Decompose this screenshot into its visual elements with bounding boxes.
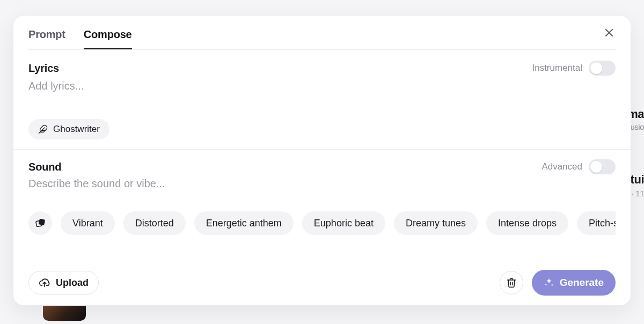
instrumental-toggle-wrap: Instrumental (532, 61, 616, 76)
svg-rect-5 (39, 219, 45, 225)
tab-prompt[interactable]: Prompt (28, 23, 65, 50)
advanced-toggle[interactable] (589, 159, 616, 174)
dice-chip[interactable] (28, 211, 52, 235)
upload-button[interactable]: Upload (28, 271, 99, 294)
sound-section: Sound Advanced Describe the sound or vib… (13, 150, 631, 246)
feather-icon (38, 124, 48, 134)
lyrics-title: Lyrics (28, 62, 59, 75)
compose-dialog: Prompt Compose Lyrics Instrumental (13, 15, 631, 306)
svg-point-7 (42, 222, 43, 223)
upload-label: Upload (56, 277, 89, 289)
advanced-label: Advanced (541, 161, 582, 172)
tabs: Prompt Compose (13, 16, 631, 50)
background-text: usio (630, 122, 644, 131)
sound-chip-vibrant[interactable]: Vibrant (61, 211, 115, 235)
clear-button[interactable] (500, 271, 523, 294)
lyrics-section: Lyrics Instrumental Ghostwriter (13, 50, 631, 149)
sound-chip-intense-drops[interactable]: Intense drops (486, 211, 568, 235)
sound-chip-euphoric-beat[interactable]: Euphoric beat (302, 211, 385, 235)
dice-icon (35, 218, 46, 229)
generate-label: Generate (560, 277, 604, 289)
instrumental-label: Instrumental (532, 63, 582, 73)
sound-chip-pitch-shifted[interactable]: Pitch-shifted (577, 211, 616, 235)
lyrics-input[interactable] (28, 80, 616, 92)
toggle-knob (590, 161, 602, 173)
close-button[interactable] (599, 23, 619, 42)
sound-title: Sound (28, 161, 61, 173)
ghostwriter-label: Ghostwriter (53, 124, 100, 135)
advanced-toggle-wrap: Advanced (541, 159, 616, 174)
sound-description: Describe the sound or vibe... (28, 178, 616, 190)
close-icon (604, 28, 614, 38)
cloud-upload-icon (39, 277, 50, 289)
instrumental-toggle[interactable] (589, 61, 616, 76)
tab-compose[interactable]: Compose (84, 23, 132, 50)
svg-point-6 (41, 221, 42, 222)
footer-right: Generate (500, 270, 616, 296)
sound-chip-dreamy-tunes[interactable]: Dreamy tunes (394, 211, 478, 235)
toggle-knob (590, 62, 602, 74)
generate-button[interactable]: Generate (532, 270, 616, 296)
sparkle-icon (544, 277, 554, 288)
sound-chip-energetic-anthem[interactable]: Energetic anthem (194, 211, 294, 235)
dialog-footer: Upload (13, 261, 631, 305)
ghostwriter-button[interactable]: Ghostwriter (28, 119, 109, 139)
sound-chips: Vibrant Distorted Energetic anthem Eupho… (28, 211, 616, 235)
tabs-divider (28, 49, 616, 50)
sound-chip-distorted[interactable]: Distorted (123, 211, 186, 235)
trash-icon (506, 277, 517, 288)
